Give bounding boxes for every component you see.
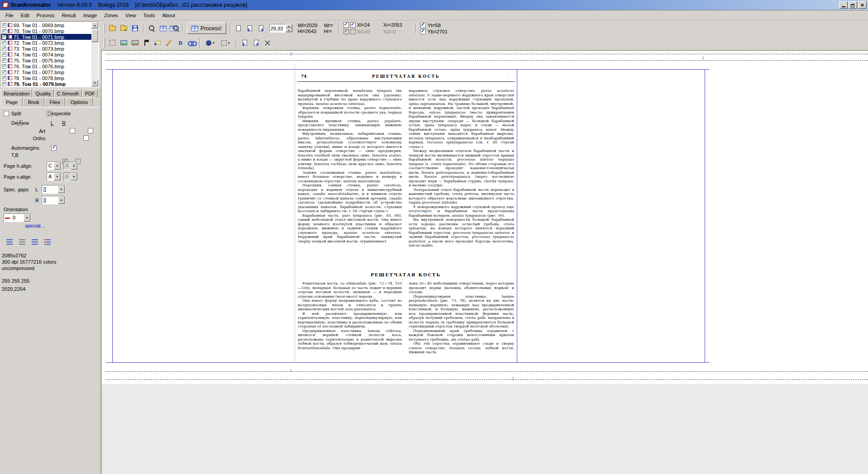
- gap-handle-top[interactable]: [290, 51, 292, 56]
- split-checkbox[interactable]: [4, 111, 9, 116]
- file-row[interactable]: 74. Том 01 - 0074.bmp: [1, 52, 91, 57]
- file-row[interactable]: 73. Том 01 - 0073.bmp: [1, 46, 91, 52]
- gap-handle-bottom[interactable]: [290, 368, 292, 373]
- xr-checkbox[interactable]: [350, 22, 356, 28]
- file-checkbox[interactable]: [2, 82, 6, 86]
- file-checkbox[interactable]: [2, 76, 6, 81]
- panel-tab[interactable]: Options: [66, 98, 93, 106]
- file-row[interactable]: 75. Том 01 - 0075.bmp: [1, 57, 91, 63]
- gap-handle-bottom-right[interactable]: [512, 376, 515, 381]
- file-checkbox[interactable]: [2, 70, 6, 75]
- spin-up-button[interactable]: [286, 24, 292, 28]
- scroll-up-button[interactable]: [91, 22, 98, 28]
- open-folder-alt-button[interactable]: [118, 23, 129, 34]
- checklist-button[interactable]: [42, 237, 53, 246]
- menu-item[interactable]: Zones: [100, 12, 122, 19]
- link-button[interactable]: [186, 38, 197, 48]
- list-view-button[interactable]: [4, 237, 15, 246]
- file-checkbox[interactable]: [2, 23, 6, 28]
- file-checkbox[interactable]: [2, 35, 6, 39]
- sphere-menu-button[interactable]: [203, 38, 218, 48]
- file-checkbox[interactable]: [2, 52, 6, 57]
- image-alt-button[interactable]: [129, 38, 141, 48]
- minimize-button[interactable]: [839, 1, 848, 9]
- eraser-button[interactable]: [152, 38, 163, 48]
- file-row[interactable]: 77. Том 01 - 0077.bmp: [1, 69, 91, 75]
- gap-handle-top-right[interactable]: [702, 55, 705, 60]
- menu-item[interactable]: Edit: [17, 12, 33, 19]
- menu-item[interactable]: File: [2, 12, 17, 19]
- page-halign-combo-2[interactable]: A: [63, 161, 78, 170]
- special-link[interactable]: special...: [25, 223, 44, 228]
- zoom-page-button[interactable]: [146, 23, 157, 34]
- selection-tool-button[interactable]: [107, 38, 118, 48]
- crop-line-top[interactable]: [106, 69, 709, 70]
- file-checkbox[interactable]: [2, 29, 6, 33]
- page-view-button[interactable]: [233, 23, 244, 34]
- file-checkbox[interactable]: [2, 64, 6, 69]
- scroll-thumb[interactable]: [91, 29, 98, 42]
- ortho-l-checkbox[interactable]: [83, 135, 89, 141]
- file-checkbox[interactable]: [2, 47, 6, 51]
- image-view-button[interactable]: [118, 38, 129, 48]
- crop-line-right[interactable]: [705, 69, 705, 363]
- xi2-checkbox[interactable]: [350, 29, 356, 34]
- menu-item[interactable]: Process: [33, 12, 58, 19]
- file-row[interactable]: 71. Том 01 - 0071.bmp: [1, 34, 91, 40]
- file-row[interactable]: 76. Том 01 - 0076.bmp: [1, 63, 91, 69]
- file-checkbox[interactable]: [2, 58, 6, 63]
- page-arrow-left-button[interactable]: [239, 38, 250, 48]
- dropdown-arrow-icon[interactable]: [58, 196, 65, 204]
- process-button[interactable]: Process!: [187, 23, 226, 34]
- toolbar-grip[interactable]: [104, 24, 105, 33]
- next-page-button[interactable]: [256, 23, 267, 34]
- panel-tab[interactable]: Page: [1, 98, 23, 106]
- flag-button[interactable]: [141, 38, 152, 48]
- scroll-down-button[interactable]: [91, 80, 98, 86]
- bold-text-button[interactable]: [175, 38, 186, 48]
- panel-tab[interactable]: Book: [23, 98, 44, 106]
- panel-tab[interactable]: Binarization: [1, 89, 32, 97]
- panel-tab[interactable]: PDF: [82, 89, 98, 97]
- spin-down-button[interactable]: [286, 28, 292, 32]
- dropdown-arrow-icon[interactable]: [58, 185, 65, 193]
- dropdown-arrow-icon[interactable]: [71, 173, 77, 180]
- toolbar-grip[interactable]: [104, 38, 105, 48]
- pencil-button[interactable]: [163, 38, 175, 48]
- automargins-checkbox[interactable]: [51, 145, 57, 151]
- crop-cross-button[interactable]: [262, 38, 273, 48]
- file-row[interactable]: 69. Том 01 - 0069.bmp: [1, 22, 91, 28]
- yt-checkbox[interactable]: [420, 23, 426, 28]
- panel-tab[interactable]: Quality: [33, 89, 53, 97]
- xi1-checkbox[interactable]: [343, 29, 349, 34]
- spec-gap-r-combo[interactable]: []: [42, 196, 65, 204]
- zone-menu-button[interactable]: [218, 38, 234, 48]
- table-view-button[interactable]: [157, 23, 169, 34]
- preview-area[interactable]: 74 РЕШЕТЧАТАЯ КОСТЬ . барабанной перепон…: [101, 50, 868, 474]
- file-list-scrollbar[interactable]: [91, 22, 98, 86]
- menu-item[interactable]: Result: [58, 12, 79, 19]
- dropdown-arrow-icon[interactable]: [54, 162, 61, 170]
- panel-tab[interactable]: C.Smooth: [54, 89, 82, 97]
- title-bar[interactable]: ScanKromsator Version 6.00.5 Bolega 2016…: [0, 0, 868, 10]
- menu-item[interactable]: Tools: [139, 12, 158, 19]
- table-zoom-button[interactable]: [169, 23, 180, 34]
- prev-page-button[interactable]: [244, 23, 256, 34]
- dropdown-arrow-icon[interactable]: [24, 214, 30, 222]
- close-button[interactable]: [858, 1, 867, 9]
- file-row[interactable]: 72. Том 01 - 0072.bmp: [1, 40, 91, 46]
- file-checkbox[interactable]: [2, 41, 6, 45]
- art-l-checkbox[interactable]: [70, 128, 75, 133]
- menu-item[interactable]: About: [158, 12, 179, 19]
- page-valign-combo-2[interactable]: A: [63, 172, 78, 181]
- restore-button[interactable]: [849, 1, 857, 9]
- dropdown-arrow-icon[interactable]: [71, 162, 77, 170]
- page-halign-combo[interactable]: C: [47, 161, 61, 170]
- crop-line-page-right[interactable]: [517, 69, 517, 363]
- xl-checkbox[interactable]: [343, 22, 349, 28]
- page-valign-combo[interactable]: A: [47, 172, 61, 181]
- panel-tab[interactable]: Files: [45, 98, 65, 106]
- menu-item[interactable]: Image: [80, 12, 101, 19]
- menu-item[interactable]: View: [122, 12, 140, 19]
- open-folder-button[interactable]: [107, 23, 118, 34]
